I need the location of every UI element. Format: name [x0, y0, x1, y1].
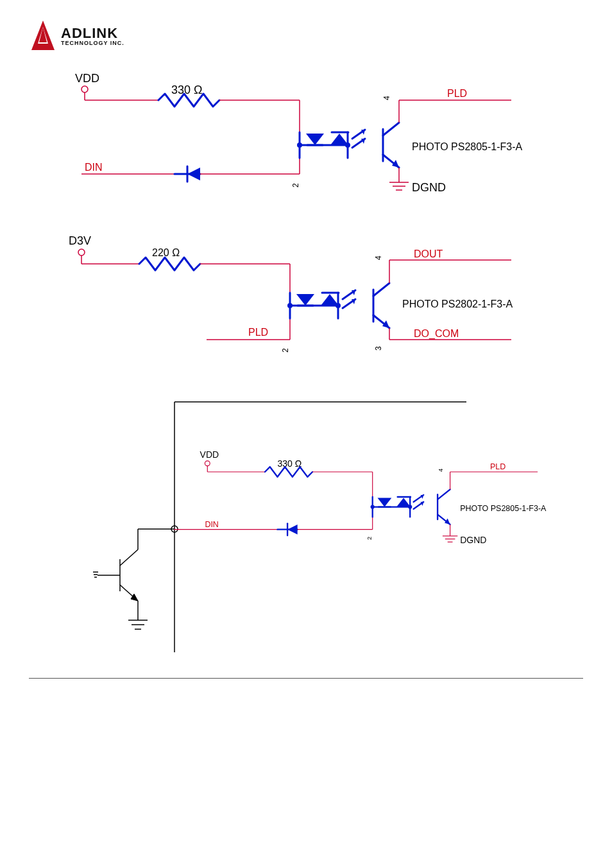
- svg-point-22: [345, 143, 350, 148]
- output-bot-label: DGND: [460, 535, 486, 545]
- logo-text: ADLINK TECHNOLOGY INC.: [61, 26, 124, 46]
- svg-marker-47: [296, 294, 314, 306]
- ground-icon: [389, 182, 409, 190]
- circuit-din: VDD 330 Ω DIN: [62, 68, 550, 209]
- output-top-label: PLD: [490, 462, 506, 471]
- input-label: DIN: [85, 162, 103, 173]
- output-top-label: PLD: [447, 88, 467, 99]
- svg-point-52: [336, 303, 341, 308]
- svg-marker-96: [378, 498, 392, 507]
- opto-pin-a: 2: [281, 348, 290, 352]
- opto-led-pair-icon: [371, 495, 424, 517]
- series-diode-icon: [278, 523, 298, 535]
- opto-pin-a: 2: [291, 183, 300, 187]
- footer-rule: [29, 678, 583, 679]
- circuit-dout: D3V 220 Ω PLD: [62, 232, 550, 360]
- opto-pin-c: 3: [374, 346, 383, 351]
- resistor-value: 330 Ω: [278, 458, 302, 469]
- svg-point-101: [408, 505, 412, 508]
- supply-label: VDD: [75, 72, 99, 85]
- resistor-value: 330 Ω: [171, 83, 203, 96]
- logo-subtitle: TECHNOLOGY INC.: [61, 40, 124, 46]
- svg-marker-20: [330, 134, 348, 145]
- svg-marker-50: [321, 294, 339, 306]
- supply-label: VDD: [200, 449, 219, 460]
- circuit-npn-din: VDD 330 Ω DIN: [56, 395, 556, 652]
- opto-pin-b: 4: [374, 256, 383, 260]
- svg-marker-10: [187, 168, 200, 180]
- svg-point-19: [297, 143, 302, 148]
- adlink-logo: ADLINK TECHNOLOGY INC.: [29, 19, 583, 53]
- resistor-value: 220 Ω: [152, 247, 180, 258]
- output-bot-label: DO_COM: [414, 328, 459, 340]
- svg-point-82: [205, 461, 210, 466]
- output-top-label: DOUT: [414, 248, 443, 259]
- opto-part-label: PHOTO PS2805-1-F3-A: [460, 504, 547, 513]
- opto-transistor-icon: [383, 123, 399, 168]
- earth-ground-icon: [128, 620, 148, 629]
- svg-marker-17: [306, 134, 324, 145]
- opto-pin-b: 4: [382, 96, 391, 100]
- opto-pin-b: 4: [438, 469, 444, 472]
- svg-point-49: [287, 303, 293, 308]
- opto-transistor-icon: [438, 489, 450, 525]
- svg-line-28: [383, 123, 399, 135]
- svg-line-107: [438, 489, 450, 499]
- supply-label: D3V: [69, 234, 91, 247]
- opto-pin-a: 2: [366, 537, 373, 540]
- series-diode-icon: [174, 166, 200, 182]
- input-label: PLD: [248, 327, 268, 338]
- input-label: DIN: [205, 520, 218, 529]
- opto-led-pair-icon: [287, 290, 355, 318]
- logo-triangle-icon: [29, 19, 57, 53]
- opto-part-label: PHOTO PS2802-1-F3-A: [402, 299, 513, 309]
- svg-line-58: [373, 283, 389, 296]
- svg-marker-99: [396, 498, 411, 507]
- opto-part-label: PHOTO PS2805-1-F3-A: [412, 141, 523, 152]
- svg-marker-89: [287, 525, 298, 535]
- logo-title: ADLINK: [61, 26, 124, 40]
- opto-transistor-icon: [373, 283, 389, 328]
- external-npn-icon: [93, 550, 138, 601]
- output-bot-label: DGND: [412, 181, 446, 194]
- svg-point-37: [78, 249, 85, 256]
- opto-led-pair-icon: [297, 130, 365, 158]
- svg-point-3: [81, 86, 88, 92]
- svg-point-98: [371, 505, 375, 508]
- svg-line-69: [120, 550, 138, 566]
- ground-icon: [443, 536, 457, 542]
